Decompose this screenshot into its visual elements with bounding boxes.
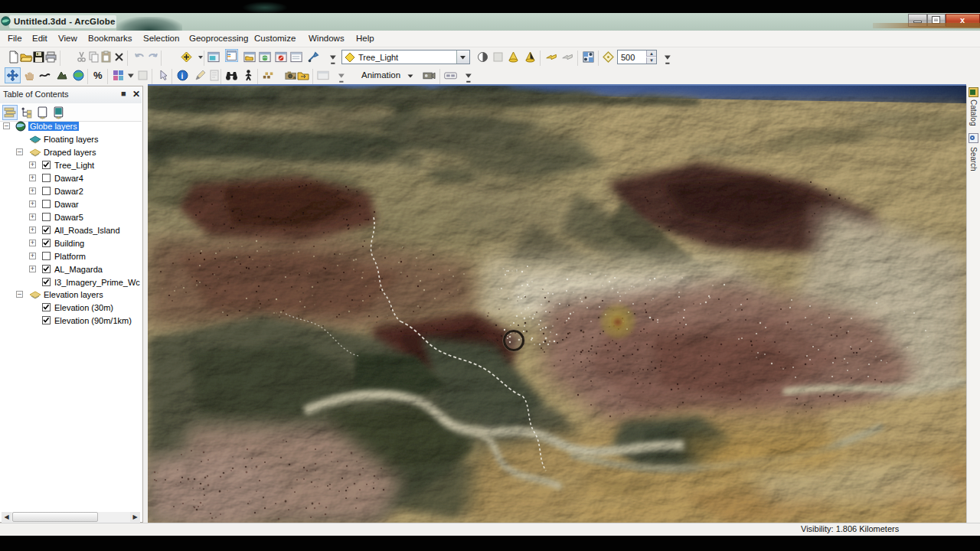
- svg-text:i: i: [181, 72, 184, 80]
- svg-text:%: %: [93, 70, 103, 81]
- svg-text:a: a: [293, 74, 296, 80]
